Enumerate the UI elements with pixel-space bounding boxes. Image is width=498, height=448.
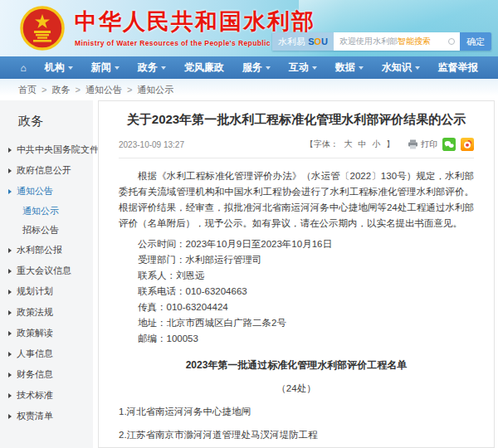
info-line-zipcode: 邮编：100053: [119, 331, 474, 347]
nav-item-knowledge[interactable]: 水知识: [373, 61, 429, 75]
nav-item-orgs[interactable]: 机构: [36, 61, 82, 75]
font-size-large-button[interactable]: 大: [344, 139, 353, 149]
nav-item-report[interactable]: 监督举报: [429, 61, 487, 75]
sidebar-item-meetings[interactable]: 重大会议信息: [0, 261, 93, 281]
main-nav: ⌂ 机构 新闻 政务 党风廉政 服务 互动 数据 水知识 监督举报: [0, 56, 498, 79]
info-line-period: 公示时间：2023年10月9日至2023年10月16日: [119, 236, 474, 252]
sidebar-item-notices[interactable]: 通知公告: [0, 181, 93, 202]
sidebar-item-info-disclosure[interactable]: 政府信息公开: [0, 160, 93, 181]
info-line-department: 受理部门：水利部运行管理司: [119, 252, 474, 268]
info-line-contact: 联系人：刘恩远: [119, 268, 474, 284]
project-list-heading: 2023年第一批通过标准化管理水利部评价工程名单: [119, 358, 474, 373]
publish-date: 2023-10-09 13:27: [119, 140, 184, 149]
breadcrumb-home[interactable]: 首页: [18, 84, 37, 96]
triangle-bullet-icon: [8, 168, 12, 173]
search-brand-logo: 水利易 SOU: [272, 32, 334, 51]
caret-down-icon: [266, 66, 271, 70]
triangle-bullet-icon: [8, 189, 12, 194]
triangle-bullet-icon: [8, 310, 12, 315]
caret-down-icon: [68, 66, 73, 70]
nav-item-news[interactable]: 新闻: [82, 61, 129, 75]
list-item: 1.河北省南运河河务中心捷地闸: [119, 406, 474, 418]
triangle-bullet-icon: [8, 148, 12, 153]
search-submit-button[interactable]: 确定: [460, 32, 491, 51]
search-bar: 水利易 SOU 欢迎使用水利部智能搜索 确定: [272, 32, 491, 51]
sidebar-item-central-docs[interactable]: 中共中央国务院文件: [0, 139, 93, 160]
nav-item-services[interactable]: 服务: [233, 61, 280, 75]
triangle-bullet-icon: [8, 373, 12, 377]
sidebar-title: 政务: [18, 114, 93, 129]
breadcrumb-announcements[interactable]: 通知公示: [137, 84, 173, 96]
breadcrumb: 首页 > 政务 > 通知公告 > 通知公示: [0, 79, 498, 100]
triangle-bullet-icon: [8, 269, 12, 274]
national-emblem-icon: [20, 6, 65, 51]
triangle-bullet-icon: [8, 393, 12, 398]
font-size-small-button[interactable]: 小: [372, 139, 380, 149]
search-input[interactable]: 欢迎使用水利部智能搜索: [334, 32, 460, 51]
caret-down-icon: [312, 66, 317, 70]
article-body-paragraph: 根据《水利工程标准化管理评价办法》（水运管〔2022〕130号）规定，水利部委托…: [119, 168, 474, 231]
search-icon[interactable]: [448, 38, 455, 45]
sidebar-item-standards[interactable]: 技术标准: [0, 385, 93, 406]
wechat-share-icon[interactable]: [442, 138, 456, 151]
font-size-control: 【字体： 大 中 小 】: [304, 139, 396, 150]
print-button[interactable]: 打印: [408, 139, 437, 150]
caret-down-icon: [359, 66, 364, 70]
font-size-medium-button[interactable]: 中: [358, 139, 366, 149]
sidebar-item-announcements[interactable]: 通知公示: [0, 202, 93, 221]
sidebar-item-finance[interactable]: 财务信息: [0, 364, 93, 385]
project-list-count: （24处）: [119, 382, 474, 395]
page-title: 关于2023年第一批水利工程标准化管理水利部评价结果的公示: [119, 111, 474, 128]
project-list: 1.河北省南运河河务中心捷地闸 2.江苏省南京市滁河河道管理处马汊河堤防工程 3…: [119, 406, 474, 448]
breadcrumb-notices[interactable]: 通知公告: [85, 84, 122, 96]
search-placeholder-highlight: 智能搜索: [398, 37, 431, 46]
triangle-bullet-icon: [8, 352, 12, 357]
sidebar-item-regulations[interactable]: 政策法规: [0, 302, 93, 323]
font-size-label: 【字体：: [305, 139, 339, 149]
nav-item-party[interactable]: 党风廉政: [175, 61, 233, 75]
printer-icon: [408, 139, 418, 149]
breadcrumb-separator: >: [127, 85, 132, 95]
caret-down-icon: [115, 66, 120, 70]
sidebar-item-policy-reading[interactable]: 政策解读: [0, 323, 93, 343]
triangle-bullet-icon: [8, 248, 12, 253]
breadcrumb-separator: >: [75, 85, 80, 95]
font-size-label-close: 】: [386, 139, 394, 149]
list-item: 2.江苏省南京市滁河河道管理处马汊河堤防工程: [119, 429, 474, 441]
home-icon[interactable]: ⌂: [11, 62, 35, 74]
triangle-bullet-icon: [8, 414, 12, 419]
breadcrumb-separator: >: [42, 85, 46, 95]
breadcrumb-govaffairs[interactable]: 政务: [51, 84, 70, 96]
triangle-bullet-icon: [8, 290, 12, 295]
site-banner: 中华人民共和国水利部 Ministry of Water Resources o…: [0, 0, 498, 56]
weibo-share-icon[interactable]: [461, 138, 474, 151]
info-line-phone: 联系电话：010-63204663: [119, 284, 474, 299]
sidebar-item-responsibilities[interactable]: 权责清单: [0, 406, 93, 426]
info-line-address: 地址：北京市西城区白广路二条2号: [119, 315, 474, 331]
sidebar-item-gazette[interactable]: 水利部公报: [0, 240, 93, 261]
search-placeholder: 欢迎使用水利部: [339, 37, 398, 46]
nav-item-data[interactable]: 数据: [326, 61, 373, 75]
article-panel: 关于2023年第一批水利工程标准化管理水利部评价结果的公示 2023-10-09…: [98, 100, 495, 448]
triangle-bullet-icon: [8, 331, 12, 336]
info-line-fax: 传真：010-63204424: [119, 299, 474, 315]
sidebar-item-tenders[interactable]: 招标公告: [0, 221, 93, 240]
caret-down-icon: [161, 66, 166, 70]
sidebar-item-personnel[interactable]: 人事信息: [0, 343, 93, 364]
nav-item-govaffairs[interactable]: 政务: [129, 61, 175, 75]
nav-item-interaction[interactable]: 互动: [280, 61, 326, 75]
caret-down-icon: [415, 66, 420, 70]
sidebar-item-plans[interactable]: 规划计划: [0, 281, 93, 302]
sidebar: 政务 中共中央国务院文件 政府信息公开 通知公告 通知公示 招标公告 水利部公报…: [0, 100, 93, 448]
